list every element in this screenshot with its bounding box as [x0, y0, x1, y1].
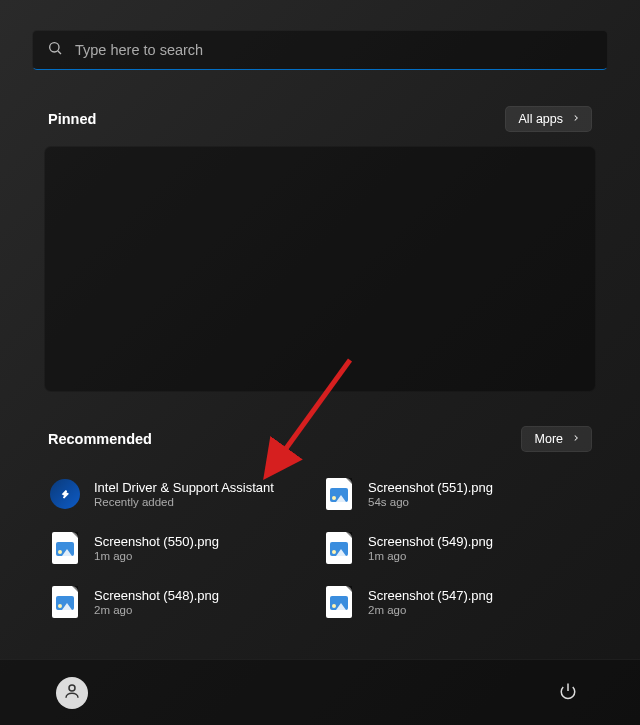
recommended-item[interactable]: Screenshot (550).png1m ago: [50, 530, 316, 566]
recommended-title: Recommended: [48, 431, 152, 447]
recommended-item[interactable]: Screenshot (547).png2m ago: [324, 584, 590, 620]
recommended-item-text: Screenshot (551).png54s ago: [368, 480, 493, 508]
image-file-icon: [324, 533, 354, 563]
recommended-header: Recommended More: [32, 426, 608, 452]
recommended-item[interactable]: Intel Driver & Support AssistantRecently…: [50, 476, 316, 512]
recommended-item-text: Intel Driver & Support AssistantRecently…: [94, 480, 274, 508]
search-box[interactable]: [32, 30, 608, 70]
start-footer: [0, 659, 640, 725]
recommended-item[interactable]: Screenshot (551).png54s ago: [324, 476, 590, 512]
user-account-button[interactable]: [56, 677, 88, 709]
search-icon: [47, 40, 63, 60]
recommended-item-subtitle: 54s ago: [368, 496, 493, 508]
pinned-apps-area: [44, 146, 596, 392]
image-file-icon: [50, 533, 80, 563]
svg-point-2: [69, 685, 75, 691]
recommended-item-subtitle: Recently added: [94, 496, 274, 508]
svg-line-1: [58, 51, 61, 54]
chevron-right-icon: [571, 112, 581, 126]
recommended-item-text: Screenshot (550).png1m ago: [94, 534, 219, 562]
search-input[interactable]: [75, 42, 593, 58]
intel-icon: [50, 479, 80, 509]
image-file-icon: [50, 587, 80, 617]
pinned-title: Pinned: [48, 111, 96, 127]
recommended-item-subtitle: 1m ago: [94, 550, 219, 562]
recommended-item-subtitle: 1m ago: [368, 550, 493, 562]
recommended-grid: Intel Driver & Support AssistantRecently…: [32, 466, 608, 620]
recommended-item-text: Screenshot (549).png1m ago: [368, 534, 493, 562]
recommended-item-subtitle: 2m ago: [368, 604, 493, 616]
power-icon: [559, 682, 577, 704]
power-button[interactable]: [552, 677, 584, 709]
pinned-header: Pinned All apps: [32, 106, 608, 132]
recommended-item-title: Screenshot (547).png: [368, 588, 493, 603]
recommended-item-title: Screenshot (548).png: [94, 588, 219, 603]
all-apps-button[interactable]: All apps: [505, 106, 592, 132]
all-apps-label: All apps: [519, 112, 563, 126]
svg-point-0: [50, 43, 59, 52]
recommended-item-title: Screenshot (549).png: [368, 534, 493, 549]
recommended-item-text: Screenshot (548).png2m ago: [94, 588, 219, 616]
recommended-item-title: Screenshot (551).png: [368, 480, 493, 495]
recommended-item[interactable]: Screenshot (548).png2m ago: [50, 584, 316, 620]
more-button[interactable]: More: [521, 426, 592, 452]
recommended-item[interactable]: Screenshot (549).png1m ago: [324, 530, 590, 566]
user-icon: [63, 682, 81, 704]
chevron-right-icon: [571, 432, 581, 446]
image-file-icon: [324, 587, 354, 617]
image-file-icon: [324, 479, 354, 509]
recommended-item-title: Intel Driver & Support Assistant: [94, 480, 274, 495]
more-label: More: [535, 432, 563, 446]
recommended-item-text: Screenshot (547).png2m ago: [368, 588, 493, 616]
recommended-item-subtitle: 2m ago: [94, 604, 219, 616]
recommended-item-title: Screenshot (550).png: [94, 534, 219, 549]
